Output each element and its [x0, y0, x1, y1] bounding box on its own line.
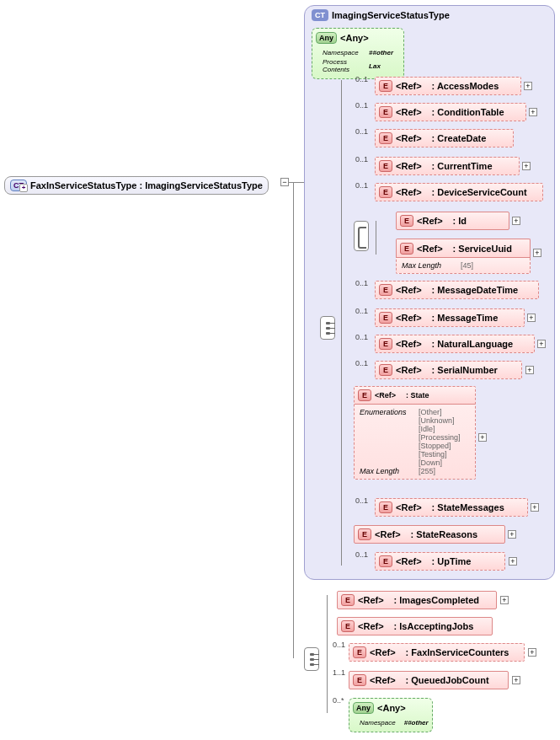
- service-uuid-meta: Max Length[45]: [396, 257, 531, 274]
- occurs: 0..1: [355, 101, 368, 110]
- ref-label: <Ref>: [375, 391, 396, 399]
- ref-label: <Ref>: [396, 107, 422, 117]
- e-badge: E: [379, 284, 392, 296]
- ref-current-time[interactable]: E <Ref> : CurrentTime: [375, 157, 520, 175]
- ref-message-date-time[interactable]: E <Ref> : MessageDateTime: [375, 281, 539, 299]
- e-badge: E: [358, 389, 371, 401]
- ref-create-date[interactable]: E <Ref> : CreateDate: [375, 129, 514, 147]
- ref-name: : Id: [453, 216, 467, 226]
- any-wildcard-bottom: Any <Any> Namespace##other: [349, 698, 433, 732]
- e-badge: E: [341, 620, 355, 632]
- expand-btn[interactable]: +: [537, 340, 546, 348]
- occurs: 0..1: [355, 359, 368, 367]
- e-badge: E: [379, 555, 392, 567]
- expand-btn[interactable]: +: [522, 162, 531, 170]
- ref-label: <Ref>: [358, 595, 384, 605]
- ref-condition-table[interactable]: E <Ref> : ConditionTable: [375, 103, 526, 121]
- ref-name: : CurrentTime: [432, 161, 493, 171]
- e-badge: E: [341, 594, 355, 606]
- e-badge: E: [379, 132, 392, 144]
- ref-faxin-service-counters[interactable]: E <Ref> : FaxInServiceCounters: [349, 643, 525, 662]
- occurs: 0..1: [355, 181, 368, 190]
- e-badge: E: [379, 186, 392, 198]
- ref-id[interactable]: E <Ref> : Id: [396, 212, 509, 230]
- e-badge: E: [379, 312, 392, 324]
- e-badge: E: [358, 528, 371, 540]
- connector: [376, 221, 376, 255]
- ref-label: <Ref>: [396, 81, 422, 91]
- ref-label: <Ref>: [417, 244, 443, 254]
- expand-btn-root[interactable]: −: [280, 178, 289, 186]
- ref-label: <Ref>: [396, 556, 422, 566]
- ref-up-time[interactable]: E <Ref> : UpTime: [375, 552, 505, 571]
- e-badge: E: [400, 215, 413, 227]
- expand-btn[interactable]: +: [525, 366, 534, 374]
- ref-name: : IsAcceptingJobs: [394, 621, 474, 631]
- ref-label: <Ref>: [396, 339, 422, 349]
- expand-btn[interactable]: +: [512, 676, 520, 684]
- container-header: CT ImagingServiceStatusType: [305, 6, 554, 24]
- e-badge: E: [353, 646, 366, 658]
- occurs: 0..*: [333, 696, 344, 705]
- expand-btn[interactable]: +: [509, 557, 517, 566]
- expand-btn[interactable]: +: [524, 82, 532, 90]
- ref-service-uuid[interactable]: E <Ref> : ServiceUuid: [396, 239, 531, 257]
- ref-name: : StateMessages: [432, 502, 504, 512]
- ref-state-reasons[interactable]: E <Ref> : StateReasons: [354, 525, 505, 544]
- ref-natural-language[interactable]: E <Ref> : NaturalLanguage: [375, 335, 535, 353]
- connector: [293, 182, 304, 183]
- expand-btn[interactable]: +: [529, 108, 537, 116]
- any-badge: Any: [353, 702, 374, 714]
- ref-name: : AccessModes: [432, 81, 499, 91]
- expand-btn[interactable]: +: [478, 433, 487, 442]
- choice-indicator: [354, 221, 369, 251]
- expand-btn[interactable]: +: [533, 249, 541, 257]
- ct-badge-solid: CT: [312, 9, 328, 21]
- expand-btn[interactable]: +: [527, 314, 536, 322]
- ref-name: : DeviceServiceCount: [432, 187, 527, 197]
- sequence-indicator-outer: [304, 647, 319, 671]
- ref-name: : ServiceUuid: [453, 244, 512, 254]
- any-label: <Any>: [340, 33, 369, 43]
- ref-device-service-count[interactable]: E <Ref> : DeviceServiceCount: [375, 183, 543, 201]
- ref-label: <Ref>: [396, 285, 422, 295]
- occurs: 0..1: [355, 127, 368, 136]
- expand-btn[interactable]: +: [531, 503, 539, 512]
- ref-label: <Ref>: [396, 133, 422, 143]
- ref-label: <Ref>: [396, 161, 422, 171]
- ref-name: : QueuedJobCount: [406, 675, 489, 685]
- expand-btn[interactable]: +: [500, 596, 509, 604]
- ref-serial-number[interactable]: E <Ref> : SerialNumber: [375, 361, 522, 379]
- ref-access-modes[interactable]: E <Ref> : AccessModes: [375, 77, 521, 95]
- occurs: 0..1: [355, 75, 368, 83]
- ref-name: : ImagesCompleted: [394, 595, 479, 605]
- occurs: 0..1: [333, 641, 345, 649]
- ref-label: <Ref>: [396, 187, 422, 197]
- ref-images-completed[interactable]: E <Ref> : ImagesCompleted: [337, 591, 497, 609]
- ref-state-messages[interactable]: E <Ref> : StateMessages: [375, 498, 528, 517]
- root-complex-type[interactable]: CT FaxInServiceStatusType : ImagingServi…: [4, 176, 269, 195]
- e-badge: E: [400, 243, 413, 255]
- expand-btn[interactable]: +: [508, 530, 516, 539]
- ref-name: : FaxInServiceCounters: [406, 647, 509, 657]
- ref-name: : SerialNumber: [432, 365, 498, 375]
- ref-name: : ConditionTable: [432, 107, 504, 117]
- occurs: 0..1: [355, 155, 368, 164]
- e-badge: E: [379, 106, 392, 118]
- root-name: FaxInServiceStatusType : ImagingServiceS…: [30, 180, 263, 190]
- state-box[interactable]: E <Ref> : State Enumerations[Other] [Unk…: [354, 386, 476, 480]
- ref-name: : StateReasons: [411, 529, 477, 539]
- occurs: 0..1: [355, 279, 368, 287]
- expand-btn[interactable]: +: [512, 217, 520, 225]
- container-title: ImagingServiceStatusType: [332, 10, 450, 20]
- ref-label: <Ref>: [375, 529, 401, 539]
- ct-badge: CT: [10, 180, 27, 191]
- ref-queued-job-count[interactable]: E <Ref> : QueuedJobCount: [349, 671, 509, 689]
- expand-btn[interactable]: +: [528, 648, 536, 657]
- ref-message-time[interactable]: E <Ref> : MessageTime: [375, 308, 525, 327]
- ref-name: : CreateDate: [432, 133, 487, 143]
- ref-label: <Ref>: [370, 675, 396, 685]
- occurs: 1..1: [333, 668, 345, 677]
- ref-label: <Ref>: [370, 647, 396, 657]
- ref-is-accepting-jobs[interactable]: E <Ref> : IsAcceptingJobs: [337, 617, 493, 635]
